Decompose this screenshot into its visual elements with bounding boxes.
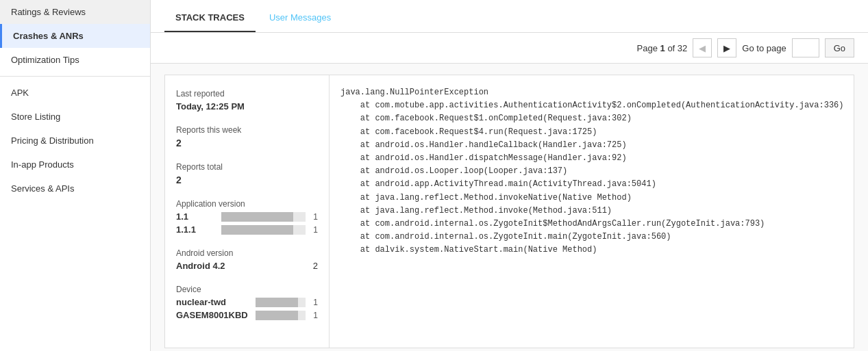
device-bar-1 [256, 298, 298, 307]
device-count-2: 1 [310, 311, 318, 320]
last-reported-label: Last reported [176, 89, 318, 99]
android-version-label: Android version [176, 248, 318, 258]
next-page-button[interactable]: ▶ [717, 38, 736, 57]
page-info: Page 1 of 32 [637, 43, 688, 53]
pagination-bar: Page 1 of 32 ◀ ▶ Go to page Go [151, 33, 868, 64]
last-reported-value: Today, 12:25 PM [176, 101, 318, 112]
device-bar-wrap-1 [256, 298, 306, 307]
tab-stack-traces[interactable]: STACK TRACES [164, 4, 256, 32]
device-name-1: nuclear-twd [176, 297, 251, 307]
device-count-1: 1 [310, 298, 318, 307]
android-version-value: Android 4.2 [176, 261, 225, 271]
reports-week-section: Reports this week 2 [176, 125, 318, 148]
app-version-section: Application version 1.1 1 1.1.1 1 [176, 199, 318, 235]
device-bar-2 [256, 311, 298, 320]
app-version-label: Application version [176, 199, 318, 209]
device-row-1: nuclear-twd 1 [176, 297, 318, 307]
sidebar-item-services-apis[interactable]: Services & APIs [0, 177, 150, 200]
prev-page-button[interactable]: ◀ [693, 38, 712, 57]
version-bar-wrap-1 [221, 212, 306, 222]
version-row-1: 1.1 1 [176, 211, 318, 222]
android-version-count: 2 [313, 261, 318, 271]
version-label-2: 1.1.1 [176, 224, 217, 235]
reports-week-value: 2 [176, 138, 318, 148]
device-row-2: GASEM8001KBD 1 [176, 310, 318, 320]
device-name-2: GASEM8001KBD [176, 310, 251, 320]
stack-trace-panel: java.lang.NullPointerException at com.mo… [330, 75, 854, 348]
sidebar-item-ratings-reviews[interactable]: Ratings & Reviews [0, 0, 150, 24]
sidebar-item-crashes-anrs[interactable]: Crashes & ANRs [0, 24, 150, 48]
sidebar-divider [0, 76, 150, 77]
sidebar-item-optimization-tips[interactable]: Optimization Tips [0, 48, 150, 72]
android-row-1: Android 4.2 2 [176, 261, 318, 271]
reports-total-label: Reports total [176, 162, 318, 172]
android-version-section: Android version Android 4.2 2 [176, 248, 318, 271]
version-bar-wrap-2 [221, 225, 306, 235]
version-label-1: 1.1 [176, 211, 217, 222]
device-label: Device [176, 285, 318, 294]
tab-user-messages[interactable]: User Messages [258, 4, 342, 32]
content-area: Last reported Today, 12:25 PM Reports th… [151, 64, 868, 351]
version-row-2: 1.1.1 1 [176, 224, 318, 235]
tabs-bar: STACK TRACES User Messages [151, 0, 868, 33]
device-bar-wrap-2 [256, 311, 306, 320]
version-count-2: 1 [310, 225, 318, 235]
goto-input[interactable] [792, 38, 819, 57]
reports-week-label: Reports this week [176, 125, 318, 135]
main-content: STACK TRACES User Messages Page 1 of 32 … [151, 0, 868, 351]
version-bar-2 [221, 225, 293, 235]
reports-total-value: 2 [176, 174, 318, 185]
version-bar-1 [221, 212, 293, 222]
crash-card: Last reported Today, 12:25 PM Reports th… [164, 75, 854, 348]
sidebar-item-store-listing[interactable]: Store Listing [0, 105, 150, 129]
sidebar-item-in-app-products[interactable]: In-app Products [0, 153, 150, 177]
device-section: Device nuclear-twd 1 GASEM8001KBD 1 [176, 285, 318, 320]
last-reported-section: Last reported Today, 12:25 PM [176, 89, 318, 112]
reports-total-section: Reports total 2 [176, 162, 318, 185]
sidebar-item-apk[interactable]: APK [0, 81, 150, 105]
version-count-1: 1 [310, 212, 318, 222]
sidebar-item-pricing-distribution[interactable]: Pricing & Distribution [0, 129, 150, 153]
goto-label: Go to page [742, 43, 786, 53]
goto-button[interactable]: Go [825, 38, 854, 57]
sidebar: Ratings & Reviews Crashes & ANRs Optimiz… [0, 0, 151, 351]
crash-meta-panel: Last reported Today, 12:25 PM Reports th… [165, 75, 330, 348]
